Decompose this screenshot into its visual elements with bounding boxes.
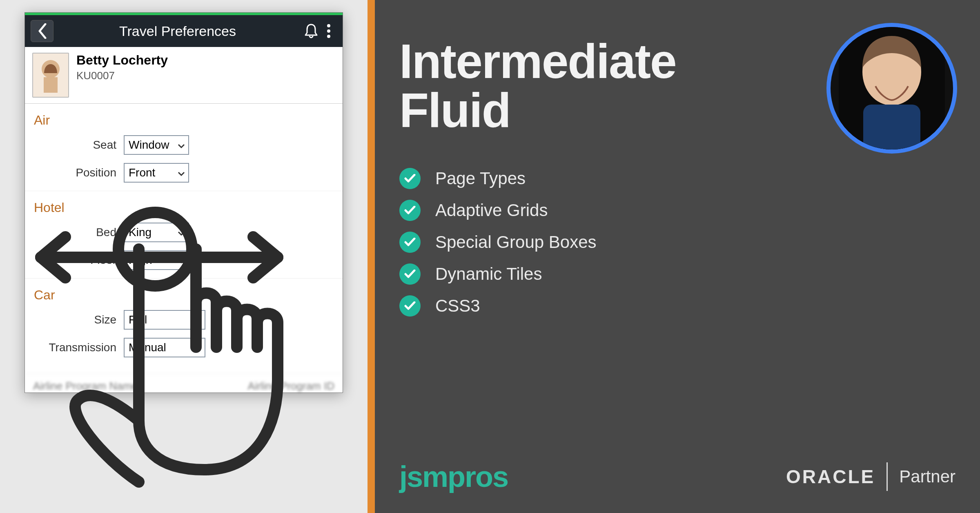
size-select[interactable]: Full <box>124 310 205 330</box>
field-row: Floor High <box>34 250 334 270</box>
svg-rect-4 <box>44 77 58 93</box>
section-air: Air Seat Window Position Front <box>25 104 343 183</box>
oracle-partner-badge: ORACLE Partner <box>786 462 956 491</box>
chevron-down-icon <box>178 166 185 179</box>
list-item: Page Types <box>399 168 956 189</box>
field-row: Size Full <box>34 310 334 330</box>
svg-rect-8 <box>863 105 920 149</box>
partner-text: Partner <box>899 467 956 486</box>
kebab-menu-icon <box>327 24 331 38</box>
brand-logo: jsmpros <box>399 460 508 493</box>
select-value: Window <box>129 138 169 152</box>
select-value: Manual <box>129 341 166 354</box>
feature-text: Special Group Boxes <box>435 232 597 252</box>
section-hotel: Hotel Bed King Floor High <box>25 191 343 270</box>
user-id: KU0007 <box>76 69 168 82</box>
feature-list: Page Types Adaptive Grids Special Group … <box>399 168 956 317</box>
list-item: Special Group Boxes <box>399 232 956 253</box>
list-item: CSS3 <box>399 295 956 317</box>
field-row: Transmission Manual <box>34 338 334 357</box>
user-info: Betty Locherty KU0007 <box>25 47 343 104</box>
person-portrait-icon <box>839 27 945 149</box>
field-label: Position <box>34 166 124 179</box>
left-screenshot-panel: Travel Preferences Betty Locherty KU0007… <box>0 0 368 513</box>
presenter-avatar <box>826 23 957 154</box>
promo-panel: Intermediate Fluid Page Types Adaptive G… <box>375 0 980 513</box>
select-value: King <box>129 226 151 239</box>
field-row: Seat Window <box>34 135 334 155</box>
select-value: High <box>129 254 152 267</box>
feature-text: Adaptive Grids <box>435 201 548 220</box>
svg-point-1 <box>327 29 330 33</box>
app-header: Travel Preferences <box>25 15 343 47</box>
panel-divider <box>368 0 375 513</box>
svg-point-2 <box>327 35 330 38</box>
field-label: Seat <box>34 138 124 152</box>
chevron-down-icon <box>178 254 185 267</box>
floor-select[interactable]: High <box>124 250 189 270</box>
menu-button[interactable] <box>321 24 337 38</box>
vertical-divider <box>886 462 888 491</box>
table-header-row: Airline Program Name Airline Program ID <box>25 374 343 393</box>
feature-text: Page Types <box>435 169 526 188</box>
chevron-down-icon <box>178 138 185 152</box>
field-label: Bed <box>34 226 124 239</box>
avatar <box>32 53 69 98</box>
field-row: Position Front <box>34 163 334 183</box>
section-title-hotel: Hotel <box>34 200 334 215</box>
section-title-car: Car <box>34 288 334 303</box>
select-value: Full <box>129 313 147 326</box>
check-icon <box>399 168 421 189</box>
oracle-text: ORACLE <box>786 466 875 488</box>
col-header: Airline Program ID <box>248 380 334 393</box>
transmission-select[interactable]: Manual <box>124 338 205 357</box>
field-row: Bed King <box>34 223 334 242</box>
col-header: Airline Program Name <box>33 380 138 393</box>
field-label: Transmission <box>34 341 124 354</box>
position-select[interactable]: Front <box>124 163 189 183</box>
section-title-air: Air <box>34 113 334 128</box>
field-label: Size <box>34 313 124 326</box>
user-text: Betty Locherty KU0007 <box>76 53 168 82</box>
seat-select[interactable]: Window <box>124 135 189 155</box>
brand-text: jsmpros <box>399 460 508 493</box>
feature-text: CSS3 <box>435 296 480 316</box>
person-icon <box>36 57 65 94</box>
select-value: Front <box>129 166 155 179</box>
chevron-down-icon <box>178 226 185 239</box>
page-title: Travel Preferences <box>53 23 302 39</box>
chevron-down-icon <box>194 313 201 326</box>
check-icon <box>399 295 421 317</box>
list-item: Dynamic Tiles <box>399 263 956 285</box>
mobile-app-frame: Travel Preferences Betty Locherty KU0007… <box>24 12 343 393</box>
user-name: Betty Locherty <box>76 53 168 68</box>
field-label: Floor <box>34 254 124 267</box>
back-button[interactable] <box>31 20 53 42</box>
notifications-button[interactable] <box>302 23 321 39</box>
check-icon <box>399 263 421 285</box>
svg-point-0 <box>327 24 330 27</box>
chevron-down-icon <box>194 341 201 354</box>
chevron-left-icon <box>37 23 47 39</box>
list-item: Adaptive Grids <box>399 200 956 221</box>
feature-text: Dynamic Tiles <box>435 264 542 284</box>
check-icon <box>399 232 421 253</box>
check-icon <box>399 200 421 221</box>
bed-select[interactable]: King <box>124 223 189 242</box>
bell-icon <box>304 23 318 39</box>
section-car: Car Size Full Transmission Manual <box>25 278 343 357</box>
